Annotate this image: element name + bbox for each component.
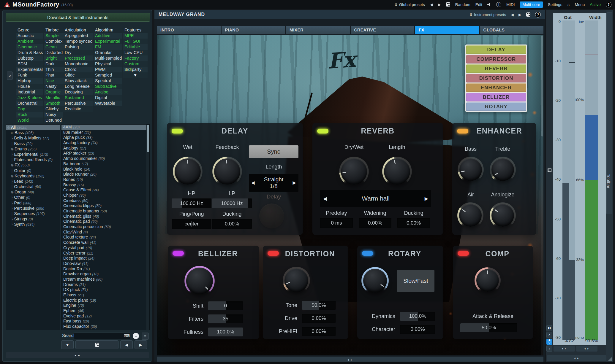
filter-option-Complex[interactable]: Complex [44, 39, 63, 44]
filter-option-PWM[interactable]: PWM [94, 67, 122, 72]
filter-option-Nice[interactable]: Nice [44, 78, 63, 84]
random-instrument-button[interactable] [75, 340, 118, 349]
tree-item-Bells & Mallets[interactable]: ├Bells & Mallets(77) [6, 135, 60, 141]
instrument-item-Brassy[interactable]: Brassy(16) [61, 182, 149, 188]
scrollbar-thumb[interactable] [147, 125, 149, 152]
next-preset-button[interactable]: ▶ [438, 2, 441, 7]
filter-option-Processed[interactable]: Processed [63, 55, 93, 61]
pingpong-field[interactable]: Ping/Pongcenter [172, 211, 211, 229]
filter-option-Decaying[interactable]: Decaying [63, 89, 93, 95]
midi-button[interactable]: MIDI [506, 2, 515, 7]
instrument-item-ClaviWind[interactable]: ClaviWind(4) [61, 230, 149, 235]
filter-option-Industrial[interactable]: Industrial [16, 89, 43, 95]
filter-option-EDM[interactable]: EDM [16, 61, 43, 67]
tone-field[interactable]: Tone50.0% [268, 301, 336, 310]
filter-option-Funk[interactable]: Funk [16, 72, 43, 78]
widening-field[interactable]: Widening0.00% [359, 210, 391, 228]
filter-option-Digital[interactable]: Digital [94, 95, 122, 101]
tree-expand-icon[interactable]: ⊕ [11, 190, 14, 194]
chain-enhancer-button[interactable]: ENHANCER [466, 83, 526, 92]
prev-preset-button[interactable]: ◀ [430, 2, 433, 7]
tree-expand-icon[interactable]: ⊕ [11, 174, 14, 178]
instrument-item-Bones[interactable]: Bones(10) [61, 177, 149, 182]
instrument-item-Atmo soundmaker[interactable]: Atmo soundmaker(60) [61, 156, 149, 161]
tree-item-All[interactable]: ⊕All(3625) [6, 125, 60, 130]
filter-option-Hiphop[interactable]: Hiphop [16, 78, 43, 84]
instrument-item-Concrete wall[interactable]: Concrete wall(41) [61, 240, 149, 245]
chain-rotary-button[interactable]: ROTARY [466, 102, 526, 111]
reverb-ducking-field[interactable]: Ducking0.00% [397, 210, 430, 228]
sync-button[interactable]: Sync [249, 145, 298, 158]
filter-spinner[interactable]: ▴▾ [7, 71, 13, 80]
active-status[interactable]: Active [590, 2, 601, 7]
instrument-item-Ba-boom[interactable]: Ba-boom(17) [61, 161, 149, 167]
filter-option-Metallic[interactable]: Metallic [44, 95, 63, 101]
instrument-item-Drawbar organ[interactable]: Drawbar organ(18) [61, 271, 149, 277]
filters-field[interactable]: Filters35 [173, 314, 243, 323]
chain-distortion-button[interactable]: DISTORTION [466, 74, 526, 82]
instrument-item-Crystal pad[interactable]: Crystal pad(19) [61, 245, 149, 251]
previous-instrument-button[interactable]: ◀ [120, 340, 133, 349]
instrument-item-Black hole[interactable]: Black hole(24) [61, 167, 149, 172]
instrument-presets-button[interactable]: ⠿Instrument presets [469, 12, 506, 17]
filter-option-Spectral[interactable]: Spectral [94, 78, 122, 84]
tree-expand-icon[interactable]: ├ [11, 206, 13, 211]
tree-expand-icon[interactable]: ├ [11, 158, 13, 162]
menu-button[interactable]: Menu [575, 2, 585, 7]
tree-item-Orchestral[interactable]: ├Orchestral(50) [6, 184, 60, 189]
filter-option-Editable[interactable]: Editable [123, 44, 148, 50]
drywet-knob[interactable] [341, 158, 367, 185]
instrument-item-DX pluck[interactable]: DX pluck(51) [61, 287, 149, 293]
global-presets-button[interactable]: ⠿Global presets [394, 2, 425, 7]
help-icon[interactable]: ? [606, 2, 611, 7]
value-box[interactable]: 50.0% [460, 323, 517, 332]
prev-instrument-preset-button[interactable]: ◀ [511, 12, 514, 17]
filter-option-Monophonic[interactable]: Monophonic [63, 61, 93, 67]
random-button[interactable]: Random [455, 2, 470, 7]
filter-option-Drum & Bass[interactable]: Drum & Bass [16, 50, 43, 55]
value-box[interactable]: 10000 Hz [212, 198, 252, 208]
filter-option-Additive[interactable]: Additive [94, 33, 122, 39]
filter-option-Multi-sampled[interactable]: Multi-sampled [94, 55, 122, 61]
filter-option-House[interactable]: House [16, 84, 43, 89]
tree-item-FX[interactable]: ⊕FX(650) [6, 162, 60, 168]
tree-item-Percussive[interactable]: ├Percussive(295) [6, 206, 60, 211]
tree-expand-icon[interactable]: ├ [11, 136, 13, 140]
filter-option-Pop[interactable]: Pop [16, 106, 43, 112]
tree-item-Flutes and Reeds[interactable]: ├Flutes and Reeds(0) [6, 157, 60, 162]
instrument-item-Cinematic braaams[interactable]: Cinematic braaams(50) [61, 209, 149, 214]
filter-option-Tempo synced[interactable]: Tempo synced [63, 39, 93, 44]
treble-knob[interactable] [491, 158, 514, 181]
instrument-item-Electric piano[interactable]: Electric piano(19) [61, 298, 149, 303]
ducking-field[interactable]: Ducking0.00% [212, 211, 252, 229]
value-box[interactable]: 100.0% [208, 328, 243, 336]
comp-knob[interactable] [476, 269, 499, 292]
instrument-list-scrollbar[interactable] [146, 125, 149, 330]
chain-reverb-button[interactable]: REVERB [466, 64, 526, 73]
tree-item-Strings[interactable]: ├Strings(0) [6, 216, 60, 222]
feedback-knob[interactable] [214, 158, 240, 185]
filter-option-Chord[interactable]: Chord [63, 67, 93, 72]
tree-expand-icon[interactable]: ├ [11, 217, 13, 221]
instrument-item-Alpha pluck[interactable]: Alpha pluck(33) [61, 135, 149, 140]
filter-option-Custom GUI[interactable]: Custom GUI [123, 61, 148, 67]
filter-option-World[interactable]: World [16, 117, 43, 123]
shift-field[interactable]: Shift0 [173, 301, 243, 310]
out-meter-left-bar[interactable] [562, 20, 569, 340]
filter-option-Jazz & blues[interactable]: Jazz & blues [16, 95, 43, 101]
value-box[interactable]: 100.00 Hz [172, 198, 211, 208]
lp-field[interactable]: LP10000 Hz [212, 190, 252, 208]
instrument-item-Cinebass[interactable]: Cinebass(60) [61, 198, 149, 204]
character-field[interactable]: Character0.00% [362, 325, 435, 334]
filter-option-Granular[interactable]: Granular [94, 50, 122, 55]
predelay-field[interactable]: Predelay0 ms [320, 210, 353, 228]
filter-option-Glitchy[interactable]: Glitchy [44, 106, 63, 112]
tree-expand-icon[interactable]: └ [11, 222, 13, 227]
tree-expand-icon[interactable]: ⊕ [11, 147, 14, 151]
list-menu-icon[interactable]: ≡ [142, 333, 149, 340]
prehifi-field[interactable]: PreHIFI0.00% [268, 327, 336, 336]
filter-option-Long release[interactable]: Long release [63, 84, 93, 89]
instrument-item-Cause & Effect[interactable]: Cause & Effect(24) [61, 187, 149, 193]
multicore-button[interactable]: Multi-core [520, 1, 543, 8]
tree-expand-icon[interactable]: ├ [11, 152, 13, 157]
